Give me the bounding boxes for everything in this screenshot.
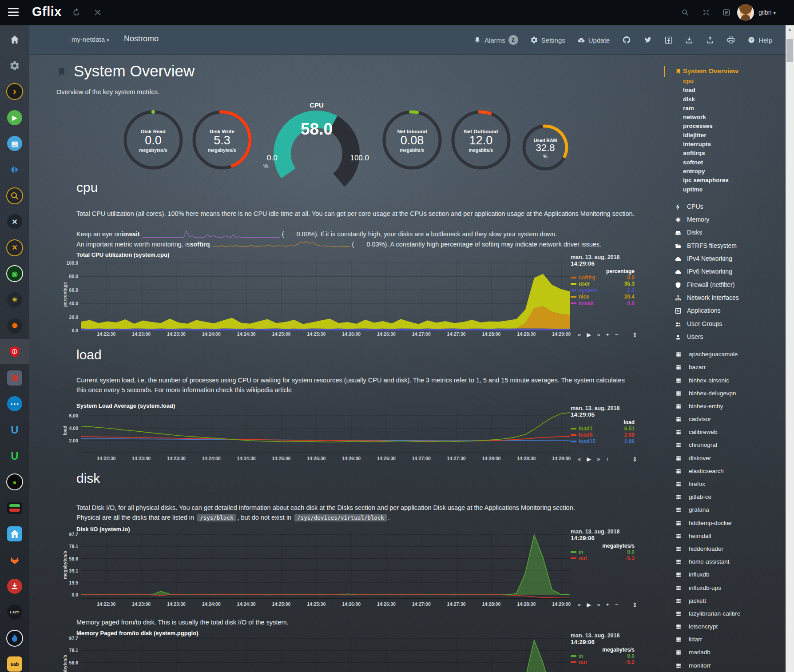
gauge-net-inbound[interactable]: Net Inbound 0.08 megabits/s bbox=[379, 107, 445, 173]
sidebar-item-disk[interactable]: disk bbox=[664, 95, 786, 104]
scrollbar-thumb[interactable] bbox=[786, 39, 793, 62]
import-button[interactable] bbox=[685, 36, 694, 44]
sidebar-menu-ipv6-networking[interactable]: IPv6 Networking bbox=[664, 265, 786, 278]
sidebar-menu-network-interfaces[interactable]: Network Interfaces bbox=[664, 291, 786, 304]
jackett-icon[interactable] bbox=[0, 183, 29, 208]
airsonic-icon[interactable] bbox=[0, 157, 29, 182]
legend-row-out[interactable]: out-5.3 bbox=[571, 555, 635, 561]
sidebar-item-processes[interactable]: processes bbox=[664, 122, 786, 131]
sidebar-app-hddtemp-docker[interactable]: hddtemp-docker bbox=[664, 517, 786, 529]
play-button[interactable]: ▶ bbox=[587, 331, 591, 338]
gauge-cpu[interactable]: CPU 58.0 0.0 100.0 % bbox=[263, 101, 370, 190]
sidebar-app-calibreweb[interactable]: calibreweb bbox=[664, 425, 786, 438]
pan-forward-button[interactable]: » bbox=[597, 456, 600, 463]
legend-row-load1[interactable]: load16.51 bbox=[571, 425, 635, 432]
diskover-icon[interactable]: ✳ bbox=[0, 287, 29, 312]
sidebar-menu-applications[interactable]: Applications bbox=[664, 304, 786, 317]
user-avatar[interactable] bbox=[737, 4, 754, 21]
zoom-out-button[interactable]: − bbox=[615, 601, 619, 608]
redis-icon[interactable]: ▣ bbox=[0, 366, 29, 390]
gauge-disk-read[interactable]: Disk Read 0.0 megabytes/s bbox=[120, 107, 187, 173]
zoom-out-button[interactable]: − bbox=[615, 331, 619, 338]
resize-handle[interactable]: ⇕ bbox=[632, 331, 638, 338]
export-button[interactable] bbox=[706, 36, 715, 44]
settings-icon[interactable] bbox=[0, 53, 29, 78]
download-app-icon[interactable] bbox=[0, 574, 29, 599]
sidebar-menu-cpus[interactable]: CPUs bbox=[664, 200, 786, 213]
pan-backward-button[interactable]: « bbox=[578, 456, 581, 463]
zoom-in-button[interactable]: + bbox=[606, 456, 609, 463]
app-icon-black-green[interactable]: ● bbox=[0, 469, 29, 494]
sidebar-menu-memory[interactable]: Memory bbox=[664, 213, 786, 226]
sidebar-app-mariadb[interactable]: mariadb bbox=[664, 646, 786, 659]
legend-row-system[interactable]: system2.3 bbox=[571, 287, 635, 294]
zoom-out-button[interactable]: − bbox=[615, 456, 619, 463]
sidebar-item-softnet[interactable]: softnet bbox=[664, 158, 786, 167]
gauge-disk-write[interactable]: Disk Write 5.3 megabytes/s bbox=[189, 107, 255, 173]
sidebar-app-binhex-airsonic[interactable]: binhex-airsonic bbox=[664, 374, 786, 387]
play-button[interactable]: ▶ bbox=[587, 456, 591, 463]
sidebar-menu-btrfs-filesystem[interactable]: BTRFS filesystem bbox=[664, 239, 786, 252]
app-icon-x-dark[interactable]: ✕ bbox=[0, 209, 29, 234]
resize-handle[interactable]: ⇕ bbox=[632, 601, 638, 608]
close-icon[interactable] bbox=[93, 8, 102, 17]
sabnzbd-icon[interactable]: sab bbox=[0, 652, 29, 672]
sidebar-menu-users[interactable]: Users bbox=[664, 330, 786, 343]
server-menu[interactable]: my-netdata ▾ bbox=[71, 36, 109, 43]
sidebar-item-cpu[interactable]: cpu bbox=[664, 77, 786, 86]
gitlab-icon[interactable] bbox=[0, 548, 29, 573]
legend-row-in[interactable]: in0.0 bbox=[571, 653, 635, 659]
app-icon-x-gold[interactable]: ✕ bbox=[0, 235, 29, 260]
duplicati-icon[interactable] bbox=[0, 626, 29, 651]
home-assistant-icon[interactable] bbox=[0, 521, 29, 546]
sidebar-app-influxdb[interactable]: influxdb bbox=[664, 568, 786, 581]
sidebar-app-hiddenloader[interactable]: hiddenloader bbox=[664, 542, 786, 555]
chart-plot-area[interactable] bbox=[81, 260, 570, 330]
settings-button[interactable]: Settings bbox=[530, 36, 565, 44]
scrollbar-up-arrow[interactable]: ▲ bbox=[786, 27, 794, 32]
sidebar-item-load[interactable]: load bbox=[664, 86, 786, 95]
sidebar-item-network[interactable]: network bbox=[664, 113, 786, 122]
twitter-button[interactable] bbox=[643, 36, 652, 44]
plex-icon[interactable]: › bbox=[0, 79, 29, 104]
emby-icon[interactable]: ▶ bbox=[0, 105, 29, 130]
sidebar-item-entropy[interactable]: entropy bbox=[664, 167, 786, 176]
legend-row-load15[interactable]: load152.06 bbox=[571, 438, 635, 445]
facebook-button[interactable] bbox=[664, 36, 673, 44]
sidebar-section-system-overview[interactable]: System Overview bbox=[664, 66, 786, 77]
lazylibrarian-icon[interactable]: LAZY bbox=[0, 600, 29, 624]
sidebar-app-lazylibrarian-calibre[interactable]: lazylibrarian-calibre bbox=[664, 607, 786, 620]
sidebar-item-idlejitter[interactable]: idlejitter bbox=[664, 131, 786, 140]
netdata-icon[interactable]: ⓘ bbox=[0, 339, 29, 364]
zoom-in-button[interactable]: + bbox=[606, 601, 609, 608]
github-button[interactable] bbox=[622, 35, 631, 45]
refresh-icon[interactable] bbox=[72, 8, 81, 17]
zoom-in-button[interactable]: + bbox=[606, 331, 609, 338]
sidebar-app-heimdall[interactable]: heimdall bbox=[664, 529, 786, 542]
pan-backward-button[interactable]: « bbox=[578, 601, 581, 608]
load-chart[interactable]: System Load Average (system.load)load6.0… bbox=[49, 400, 697, 467]
legend-row-softirq[interactable]: softirq0.0 bbox=[571, 274, 635, 281]
legend-row-in[interactable]: in0.0 bbox=[571, 549, 635, 555]
ubooquity-icon[interactable]: U bbox=[0, 418, 29, 442]
sidebar-app-monitorr[interactable]: monitorr bbox=[664, 659, 786, 672]
print-button[interactable] bbox=[727, 36, 735, 44]
update-button[interactable]: Update bbox=[577, 36, 610, 44]
legend-row-user[interactable]: user35.3 bbox=[571, 281, 635, 287]
sidebar-app-binhex-delugevpn[interactable]: binhex-delugevpn bbox=[664, 387, 786, 400]
chart-plot-area[interactable] bbox=[81, 533, 570, 599]
sidebar-item-uptime[interactable]: uptime bbox=[664, 185, 786, 194]
cpu-chart[interactable]: Total CPU utilization (system.cpu)percen… bbox=[49, 249, 697, 343]
legend-row-iowait[interactable]: iowait0.0 bbox=[571, 300, 635, 306]
nextcloud-icon[interactable]: ⋯ bbox=[0, 391, 29, 416]
app-icon-green-ring[interactable]: ◉ bbox=[0, 261, 29, 286]
legend-row-load5[interactable]: load52.68 bbox=[571, 432, 635, 438]
disk-chart[interactable]: Disk I/O (system.io)megabytes/s97.778.15… bbox=[49, 523, 697, 617]
sidebar-item-ipc-semaphores[interactable]: ipc semaphores bbox=[664, 176, 786, 185]
play-button[interactable]: ▶ bbox=[587, 601, 591, 608]
pan-backward-button[interactable]: « bbox=[578, 331, 581, 338]
gauge-used-ram[interactable]: Used RAM 32.8 % bbox=[519, 121, 572, 174]
sidebar-app-gitlab-ce[interactable]: gitlab-ce bbox=[664, 490, 786, 503]
sidebar-app-cadvisor[interactable]: cadvisor bbox=[664, 413, 786, 425]
home-icon[interactable] bbox=[0, 27, 29, 52]
